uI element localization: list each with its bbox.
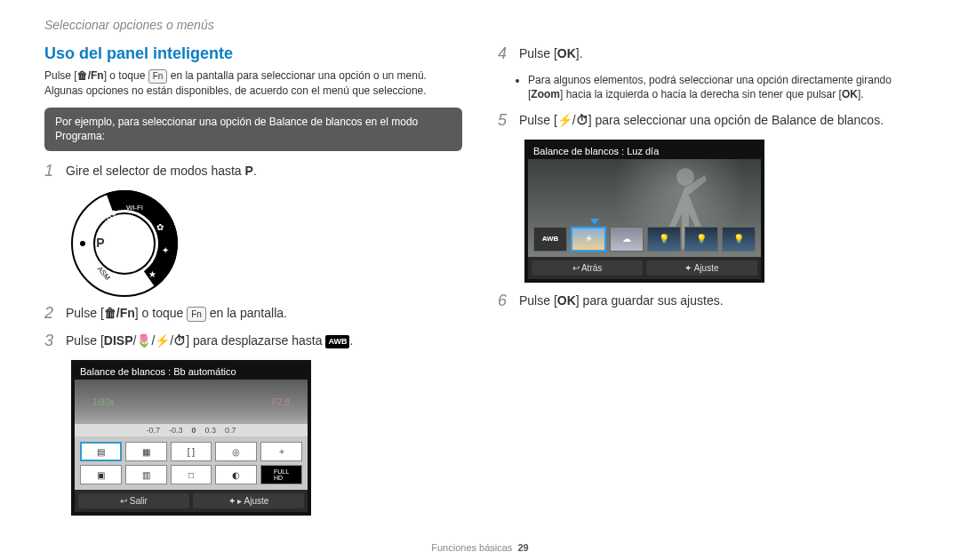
cam2-wb-awb[interactable]: AWB (533, 227, 567, 252)
page-number: 29 (517, 542, 528, 553)
step-6: 6 Pulse [OK] para guardar sus ajustes. (498, 292, 916, 311)
zoom-label: Zoom (531, 88, 560, 100)
trash-fn-icon: 🗑/Fn (77, 69, 104, 82)
cam1-option-grid: ▤ ▦ [⁠ ] ◎ ＋ ▣ ▥ □ ◐ FULLHD (75, 436, 308, 490)
cam1-option[interactable]: FULLHD (260, 465, 302, 484)
step-4: 4 Pulse [OK]. (498, 44, 916, 64)
step4-note: Para algunos elementos, podrá selecciona… (519, 73, 916, 103)
cam1-ev-scale: -0.7 -0.3 0 0.3 0.7 (75, 424, 308, 436)
cam1-option[interactable]: ＋ (260, 442, 302, 461)
step-number: 1 (44, 162, 57, 181)
step1-text-b: . (253, 164, 257, 178)
step6-text-b: ] para guardar sus ajustes. (576, 293, 724, 308)
step-number: 3 (44, 332, 57, 351)
cam1-option[interactable]: ◐ (215, 465, 257, 484)
cam2-wb-options: AWB ☀ ☁ 💡 💡 💡 (533, 227, 756, 252)
mode-p-icon: P (245, 164, 253, 178)
cam1-option[interactable]: ◎ (215, 442, 257, 461)
step-1: 1 Gire el selector de modos hasta P. (44, 162, 462, 181)
step-number: 4 (498, 44, 510, 64)
cam2-wb-cloudy[interactable]: ☁ (610, 227, 644, 252)
right-column: 4 Pulse [OK]. Para algunos elementos, po… (498, 44, 916, 524)
step3-text-b: ] para desplazarse hasta (186, 333, 325, 348)
step1-text-a: Gire el selector de modos hasta (66, 164, 245, 178)
disp-icon: DISP (104, 333, 133, 348)
step-5: 5 Pulse [⚡/⏱] para seleccionar una opció… (498, 111, 916, 131)
page-footer: Funciones básicas 29 (0, 542, 960, 553)
step-2: 2 Pulse [🗑/Fn] o toque Fn en la pantalla… (44, 304, 462, 324)
intro-part-a: Pulse [ (44, 69, 77, 82)
cam1-option[interactable]: [⁠ ] (171, 442, 212, 461)
step2-text-c: en la pantalla. (206, 306, 287, 320)
step4-text-a: Pulse [ (519, 46, 557, 60)
macro-icon: 🌷 (136, 333, 151, 348)
intro-part-c: en la pantalla para seleccionar una opci… (167, 69, 427, 82)
mode-dial-illustration: P AUTO Wi-Fi ASM ✿ ✦ ★ (71, 190, 178, 297)
svg-point-0 (676, 168, 694, 186)
step4-note-c: ]. (858, 88, 864, 100)
intro-text: Pulse [🗑/Fn] o toque Fn en la pantalla p… (44, 68, 462, 99)
step3-text-a: Pulse [ (66, 333, 104, 348)
cam1-option[interactable]: ▦ (125, 442, 167, 461)
breadcrumb: Seleccionar opciones o menús (44, 18, 916, 32)
intro-part-b: ] o toque (104, 69, 148, 82)
ok-icon: OK (557, 292, 576, 310)
timer-icon: ⏱ (173, 333, 186, 348)
step4-text-b: ]. (576, 46, 583, 60)
step-number: 5 (498, 111, 510, 131)
trash-fn-icon: 🗑/Fn (104, 306, 135, 320)
awb-badge-icon: AWB (325, 335, 349, 349)
cam1-aperture: F2.8 (272, 397, 290, 407)
cam1-shutter: 1/80s (92, 397, 114, 407)
page-title: Uso del panel inteligente (44, 44, 462, 63)
cam1-preview: 1/80s F2.8 (75, 380, 308, 424)
mode-dial-selected: P (91, 233, 110, 252)
ok-icon: OK (842, 87, 858, 102)
step6-text-a: Pulse [ (519, 293, 557, 308)
mode-dial-wifi: Wi-Fi (126, 204, 143, 212)
step2-text-a: Pulse [ (66, 306, 104, 320)
step4-note-b: ] hacia la izquierda o hacia la derecha … (560, 88, 842, 100)
cam2-wb-fluor1[interactable]: 💡 (647, 227, 681, 252)
fn-key: Fn (148, 69, 168, 84)
cam1-adjust-button[interactable]: ✦ ▸ Ajuste (193, 493, 304, 508)
intro-line2: Algunas opciones no están disponibles, d… (44, 84, 427, 97)
step-3: 3 Pulse [DISP/🌷/⚡/⏱] para desplazarse ha… (44, 332, 462, 351)
flash-icon: ⚡ (557, 113, 572, 127)
camera-screen-2: Balance de blancos : Luz día AWB ☀ ☁ 💡 💡… (524, 140, 764, 283)
cam1-option[interactable]: ▥ (125, 465, 167, 484)
cam1-option[interactable]: ▣ (80, 465, 122, 484)
cam2-back-button[interactable]: ↩ Atrás (532, 260, 643, 276)
left-column: Uso del panel inteligente Pulse [🗑/Fn] o… (44, 44, 462, 524)
cam1-title: Balance de blancos : Bb automático (75, 364, 308, 380)
step5-text-b: ] para seleccionar una opción de Balance… (588, 113, 884, 127)
step-number: 6 (498, 292, 510, 311)
step5-text-a: Pulse [ (519, 113, 557, 127)
fn-key: Fn (187, 307, 206, 322)
step2-text-b: ] o toque (135, 306, 187, 320)
cam1-option[interactable]: □ (171, 465, 212, 484)
ok-icon: OK (557, 44, 576, 63)
cam2-adjust-button[interactable]: ✦ Ajuste (646, 260, 757, 276)
cam1-option-awb[interactable]: ▤ (80, 442, 122, 461)
example-callout: Por ejemplo, para seleccionar una opción… (44, 108, 462, 152)
step-number: 2 (44, 304, 57, 324)
timer-icon: ⏱ (576, 113, 588, 127)
step3-text-c: . (349, 333, 353, 348)
flash-icon: ⚡ (155, 333, 170, 348)
cam2-wb-fluor2[interactable]: 💡 (684, 227, 718, 252)
selection-pointer-icon (590, 219, 599, 225)
cam2-preview: AWB ☀ ☁ 💡 💡 💡 (528, 159, 761, 257)
footer-section-label: Funciones básicas (431, 542, 512, 553)
cam2-wb-daylight[interactable]: ☀ (571, 227, 606, 252)
cam1-back-button[interactable]: ↩ Salir (78, 493, 189, 508)
cam2-title: Balance de blancos : Luz día (528, 143, 761, 159)
camera-screen-1: Balance de blancos : Bb automático 1/80s… (71, 360, 311, 516)
cam2-wb-fluor3[interactable]: 💡 (722, 227, 756, 252)
